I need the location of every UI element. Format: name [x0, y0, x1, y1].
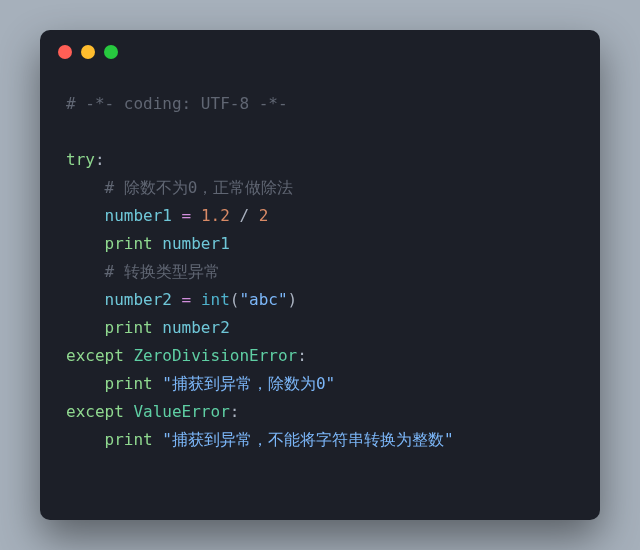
comment-type: # 转换类型异常 — [105, 262, 220, 281]
comment-divisor: # 除数不为0，正常做除法 — [105, 178, 294, 197]
colon: : — [297, 346, 307, 365]
code-window: # -*- coding: UTF-8 -*- try: # 除数不为0，正常做… — [40, 30, 600, 520]
keyword-except: except — [66, 346, 124, 365]
keyword-print: print — [105, 318, 153, 337]
comment-encoding: # -*- coding: UTF-8 -*- — [66, 94, 288, 113]
assign-op: = — [172, 290, 201, 309]
string-valueerror-msg: "捕获到异常，不能将字符串转换为整数" — [153, 430, 454, 449]
keyword-print: print — [105, 374, 153, 393]
print-arg-number1: number1 — [153, 234, 230, 253]
var-number1: number1 — [105, 206, 172, 225]
minimize-icon[interactable] — [81, 45, 95, 59]
print-arg-number2: number2 — [153, 318, 230, 337]
close-icon[interactable] — [58, 45, 72, 59]
exception-zerodiv: ZeroDivisionError — [124, 346, 297, 365]
keyword-print: print — [105, 234, 153, 253]
string-abc: "abc" — [239, 290, 287, 309]
keyword-try: try — [66, 150, 95, 169]
literal-1-2: 1.2 — [201, 206, 230, 225]
div-op: / — [230, 206, 259, 225]
colon: : — [230, 402, 240, 421]
colon: : — [95, 150, 105, 169]
keyword-print: print — [105, 430, 153, 449]
maximize-icon[interactable] — [104, 45, 118, 59]
fn-int: int — [201, 290, 230, 309]
assign-op: = — [172, 206, 201, 225]
exception-valueerror: ValueError — [124, 402, 230, 421]
window-titlebar — [40, 30, 600, 74]
literal-2: 2 — [259, 206, 269, 225]
code-block: # -*- coding: UTF-8 -*- try: # 除数不为0，正常做… — [40, 74, 600, 474]
string-zerodiv-msg: "捕获到异常，除数为0" — [153, 374, 336, 393]
keyword-except: except — [66, 402, 124, 421]
paren-open: ( — [230, 290, 240, 309]
paren-close: ) — [288, 290, 298, 309]
var-number2: number2 — [105, 290, 172, 309]
